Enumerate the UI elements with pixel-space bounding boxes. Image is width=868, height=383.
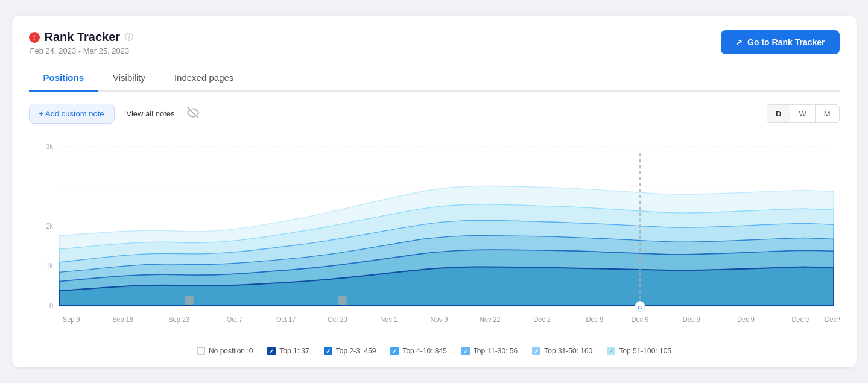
legend-top31-50[interactable]: ✓ Top 31-50: 160 xyxy=(532,347,592,355)
eye-slash-icon[interactable] xyxy=(187,107,199,121)
svg-rect-11 xyxy=(185,296,193,305)
svg-text:Dec 9: Dec 9 xyxy=(791,315,809,323)
add-note-label: + Add custom note xyxy=(39,109,104,118)
date-range: Feb 24, 2023 - Mar 25, 2023 xyxy=(30,46,134,55)
view-notes-label: View all notes xyxy=(127,109,175,118)
legend-checkbox-top4-10: ✓ xyxy=(390,347,399,355)
svg-text:Oct 7: Oct 7 xyxy=(226,315,242,323)
svg-text:Dec 9: Dec 9 xyxy=(586,315,603,323)
alert-icon: ! xyxy=(29,32,40,43)
legend-top4-10[interactable]: ✓ Top 4-10: 845 xyxy=(390,347,446,355)
svg-text:Dec 9: Dec 9 xyxy=(825,315,839,323)
svg-text:Nov 22: Nov 22 xyxy=(479,315,500,323)
legend-label-top2-3: Top 2-3: 459 xyxy=(336,347,376,355)
svg-text:G: G xyxy=(638,303,642,310)
legend-label-top1: Top 1: 37 xyxy=(279,347,309,355)
legend-checkbox-top31-50: ✓ xyxy=(532,347,540,355)
chart-legend: No position: 0 ✓ Top 1: 37 ✓ Top 2-3: 45… xyxy=(29,347,840,355)
svg-text:Sep 9: Sep 9 xyxy=(62,315,80,323)
tab-visibility[interactable]: Visibility xyxy=(98,65,160,92)
legend-label-top11-30: Top 11-30: 56 xyxy=(474,347,518,355)
svg-text:Oct 17: Oct 17 xyxy=(276,315,296,323)
svg-text:Sep 23: Sep 23 xyxy=(168,315,189,323)
toolbar-left: + Add custom note View all notes xyxy=(29,104,199,124)
go-btn-icon: ↗ xyxy=(735,37,743,47)
svg-text:Dec 2: Dec 2 xyxy=(533,315,551,323)
tabs: Positions Visibility Indexed pages xyxy=(29,65,840,92)
legend-label-top31-50: Top 31-50: 160 xyxy=(544,347,592,355)
main-card: ! Rank Tracker ⓘ Feb 24, 2023 - Mar 25, … xyxy=(12,16,857,367)
legend-label-top4-10: Top 4-10: 845 xyxy=(402,347,446,355)
svg-text:Dec 9: Dec 9 xyxy=(682,315,700,323)
legend-checkbox-no-position xyxy=(197,347,205,355)
legend-top51-100[interactable]: ✓ Top 51-100: 105 xyxy=(607,347,671,355)
svg-text:2k: 2k xyxy=(46,222,53,230)
legend-checkbox-top2-3: ✓ xyxy=(324,347,332,355)
svg-text:Nov 1: Nov 1 xyxy=(380,315,398,323)
tab-indexed-pages[interactable]: Indexed pages xyxy=(160,65,248,92)
svg-text:Sep 16: Sep 16 xyxy=(112,315,133,323)
svg-text:Dec 9: Dec 9 xyxy=(737,315,755,323)
period-week-button[interactable]: W xyxy=(790,105,815,122)
legend-label-top51-100: Top 51-100: 105 xyxy=(619,347,671,355)
legend-top2-3[interactable]: ✓ Top 2-3: 459 xyxy=(324,347,376,355)
legend-top1[interactable]: ✓ Top 1: 37 xyxy=(267,347,309,355)
legend-checkbox-top11-30: ✓ xyxy=(461,347,470,355)
legend-checkbox-top1: ✓ xyxy=(267,347,276,355)
svg-text:Dec 9: Dec 9 xyxy=(631,315,648,323)
info-icon[interactable]: ⓘ xyxy=(125,32,133,43)
tab-positions[interactable]: Positions xyxy=(29,65,99,92)
svg-text:3k: 3k xyxy=(46,143,53,151)
legend-no-position[interactable]: No position: 0 xyxy=(197,347,253,355)
svg-text:1k: 1k xyxy=(46,262,53,270)
chart-area: 3k 2k 1k 0 G Sep 9 xyxy=(29,133,840,338)
view-all-notes-button[interactable]: View all notes xyxy=(119,104,182,123)
header: ! Rank Tracker ⓘ Feb 24, 2023 - Mar 25, … xyxy=(29,30,840,55)
go-to-rank-tracker-button[interactable]: ↗ Go to Rank Tracker xyxy=(721,30,839,54)
period-buttons: D W M xyxy=(767,104,840,123)
svg-text:0: 0 xyxy=(49,302,52,309)
toolbar: + Add custom note View all notes D W M xyxy=(29,104,840,124)
legend-checkbox-top51-100: ✓ xyxy=(607,347,615,355)
legend-top11-30[interactable]: ✓ Top 11-30: 56 xyxy=(461,347,518,355)
svg-text:Nov 9: Nov 9 xyxy=(430,315,448,323)
add-custom-note-button[interactable]: + Add custom note xyxy=(29,104,115,124)
period-month-button[interactable]: M xyxy=(816,105,839,122)
chart-svg: 3k 2k 1k 0 G Sep 9 xyxy=(29,133,840,338)
header-left: ! Rank Tracker ⓘ Feb 24, 2023 - Mar 25, … xyxy=(29,30,134,55)
go-btn-label: Go to Rank Tracker xyxy=(747,37,825,47)
title-row: ! Rank Tracker ⓘ xyxy=(29,30,134,44)
period-day-button[interactable]: D xyxy=(767,105,790,122)
svg-text:Oct 20: Oct 20 xyxy=(328,315,347,323)
app-title: Rank Tracker xyxy=(45,30,121,44)
legend-label-no-position: No position: 0 xyxy=(209,347,253,355)
svg-rect-12 xyxy=(338,296,346,305)
